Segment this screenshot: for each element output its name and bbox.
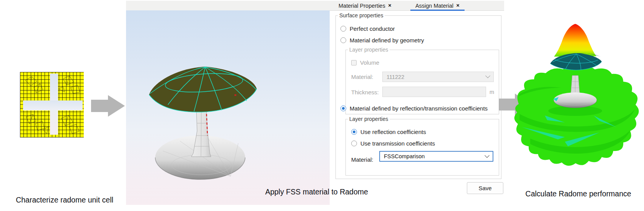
radio-label: Use reflection coefficients — [360, 129, 426, 135]
radio-label: Perfect conductor — [350, 25, 395, 32]
step2-caption: Apply FSS material to Radome — [259, 188, 374, 196]
selection-point-marker — [234, 94, 236, 96]
workflow-figure: { "workflow": { "step1_label": "Characte… — [0, 0, 644, 211]
dropdown-value: FSSComparison — [384, 153, 425, 159]
radio-label: Material defined by reflection/transmiss… — [350, 105, 488, 112]
close-icon[interactable]: ✕ — [456, 3, 460, 8]
fss-cross-horizontal-arm — [23, 100, 83, 111]
radio-row-material-by-geometry[interactable]: Material defined by geometry — [340, 37, 424, 44]
workflow-arrow-1 — [91, 95, 125, 117]
checkbox-label: Volume — [360, 59, 379, 66]
main-lobe — [554, 24, 596, 57]
group-title: Layer properties — [348, 47, 390, 53]
radio-row-perfect-conductor[interactable]: Perfect conductor — [340, 25, 395, 32]
tab-label: Material Properties — [339, 3, 385, 9]
3d-view-pane[interactable] — [126, 10, 330, 205]
material-dropdown[interactable]: FSSComparison — [379, 151, 493, 162]
tab-bar: Material Properties ✕ Assign Material ✕ — [334, 1, 465, 11]
radio-label: Use transmission coefficients — [360, 140, 435, 147]
coefficients-layer-properties-group: Layer properties Use reflection coeffici… — [345, 119, 499, 176]
chevron-down-icon — [485, 153, 490, 158]
radome-antenna-model — [126, 10, 330, 205]
step1-caption: Characterize radome unit cell — [7, 196, 122, 204]
radio-row-use-reflection[interactable]: Use reflection coefficients — [351, 129, 426, 135]
step3-caption: Calculate Radome performance — [521, 189, 636, 198]
tab-label: Assign Material — [415, 3, 453, 9]
radio-row-material-by-coefficients[interactable]: Material defined by reflection/transmiss… — [340, 105, 488, 112]
thickness-input-disabled[interactable] — [382, 87, 486, 97]
radome-dome — [149, 67, 257, 112]
tab-assign-material[interactable]: Assign Material ✕ — [410, 1, 465, 11]
volume-checkbox-row[interactable]: Volume — [351, 59, 379, 66]
assign-material-panel: Surface properties Perfect conductor Mat… — [330, 10, 504, 211]
geometry-layer-properties-group: Layer properties Volume Material: 111222… — [345, 50, 499, 114]
material-dropdown-disabled[interactable]: 111222 — [382, 72, 494, 82]
chevron-down-icon — [485, 73, 490, 78]
radio-row-use-transmission[interactable]: Use transmission coefficients — [351, 140, 435, 147]
unit-cell-mesh-image — [20, 72, 84, 137]
radio-button-selected[interactable] — [340, 106, 346, 111]
radiation-pattern-image — [507, 15, 644, 177]
radio-button[interactable] — [340, 26, 346, 32]
material-label: Material: — [351, 74, 373, 80]
save-button[interactable]: Save — [467, 182, 503, 194]
radio-button-selected[interactable] — [351, 129, 357, 135]
radio-label: Material defined by geometry — [350, 37, 424, 44]
radio-button[interactable] — [340, 37, 346, 43]
group-title: Surface properties — [338, 12, 385, 18]
thickness-label: Thickness: — [351, 89, 379, 95]
material-label: Material: — [351, 156, 373, 163]
close-icon[interactable]: ✕ — [388, 3, 392, 8]
surface-properties-group: Surface properties Perfect conductor Mat… — [335, 15, 501, 179]
group-title: Layer properties — [348, 116, 390, 122]
radio-button[interactable] — [351, 141, 357, 146]
dropdown-value: 111222 — [387, 74, 404, 80]
volume-checkbox[interactable] — [351, 60, 357, 65]
tab-material-properties[interactable]: Material Properties ✕ — [334, 1, 397, 11]
thickness-unit: m — [490, 89, 494, 95]
